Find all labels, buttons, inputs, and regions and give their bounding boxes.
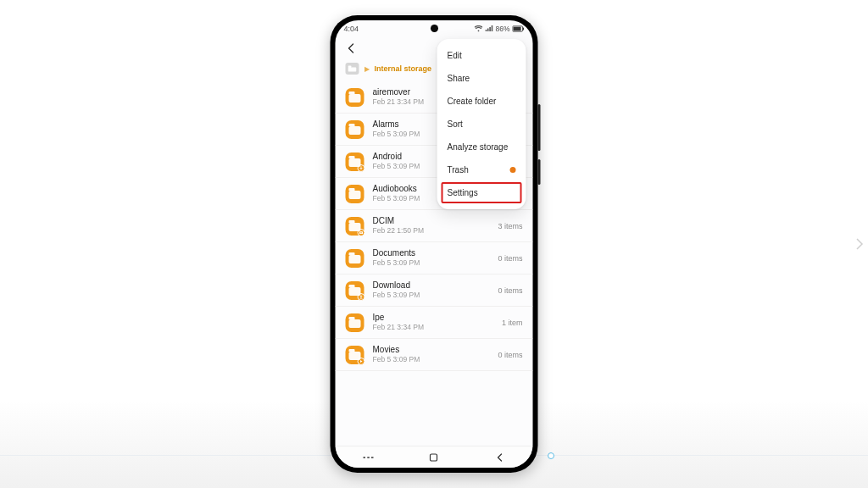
svg-rect-3 [348, 68, 357, 72]
menu-item-trash[interactable]: Trash [437, 158, 526, 181]
svg-rect-1 [513, 27, 520, 31]
menu-item-label: Analyze storage [448, 142, 509, 152]
folder-info: DownloadFeb 5 3:09 PM [373, 280, 490, 300]
folder-row[interactable]: DCIMFeb 22 1:50 PM3 items [336, 210, 533, 242]
front-camera [431, 25, 438, 32]
folder-icon [346, 152, 364, 171]
menu-item-create-folder[interactable]: Create folder [437, 90, 526, 113]
menu-item-share[interactable]: Share [437, 67, 526, 90]
folder-icon [346, 185, 364, 203]
folder-item-count: 0 items [498, 351, 522, 359]
folder-icon [346, 313, 364, 332]
folder-date: Feb 22 1:50 PM [373, 226, 490, 236]
menu-item-analyze-storage[interactable]: Analyze storage [437, 136, 526, 158]
wifi-icon [474, 25, 482, 32]
back-button[interactable] [344, 41, 359, 56]
svg-rect-4 [348, 66, 352, 69]
folder-item-count: 0 items [498, 286, 522, 295]
menu-item-sort[interactable]: Sort [437, 113, 526, 136]
svg-rect-2 [523, 28, 524, 30]
svg-point-11 [360, 232, 361, 233]
nav-home-button[interactable] [417, 452, 451, 463]
folder-item-count: 3 items [498, 222, 522, 230]
menu-item-label: Settings [448, 188, 478, 197]
gallery-next-arrow[interactable] [851, 227, 868, 261]
menu-item-label: Trash [448, 165, 469, 175]
status-indicators: 86% [474, 25, 524, 33]
status-time: 4:04 [344, 25, 359, 33]
folder-date: Feb 5 3:09 PM [373, 291, 490, 300]
volume-button [538, 104, 541, 151]
folder-icon [346, 281, 364, 300]
folder-date: Feb 21 3:34 PM [373, 323, 493, 332]
gear-badge-icon [358, 164, 365, 172]
menu-item-label: Sort [448, 119, 463, 129]
svg-point-5 [360, 167, 362, 169]
folder-date: Feb 5 3:09 PM [373, 258, 490, 268]
overflow-menu: EditShareCreate folderSortAnalyze storag… [437, 39, 526, 209]
breadcrumb-caret-icon: ▶ [364, 65, 370, 73]
folder-row[interactable]: IpeFeb 21 3:34 PM1 item [336, 307, 533, 339]
folder-info: DocumentsFeb 5 3:09 PM [373, 248, 490, 268]
play-badge-icon [358, 358, 365, 365]
menu-item-edit[interactable]: Edit [437, 44, 526, 67]
navigation-bar [336, 446, 533, 468]
folder-icon [346, 217, 364, 236]
folder-item-count: 0 items [498, 254, 522, 263]
notification-dot-icon [510, 167, 516, 173]
signal-icon [485, 25, 492, 32]
folder-icon [346, 249, 364, 268]
folder-icon [346, 88, 364, 107]
folder-name: Ipe [373, 313, 493, 323]
folder-icon [346, 120, 364, 139]
phone-frame: 4:04 86% [331, 15, 538, 473]
folder-row[interactable]: DocumentsFeb 5 3:09 PM0 items [336, 242, 533, 274]
menu-item-label: Edit [448, 51, 462, 60]
folder-info: IpeFeb 21 3:34 PM [373, 313, 493, 332]
battery-icon [513, 25, 525, 32]
phone-screen: 4:04 86% [336, 20, 533, 468]
folder-row[interactable]: MoviesFeb 5 3:09 PM0 items [336, 339, 533, 371]
power-button [538, 159, 541, 185]
camera-badge-icon [358, 229, 365, 236]
decorative-dot [548, 452, 554, 459]
breadcrumb-label: Internal storage [375, 64, 432, 73]
menu-item-settings[interactable]: Settings [441, 181, 523, 204]
folder-info: DCIMFeb 22 1:50 PM [373, 216, 490, 236]
folder-info: MoviesFeb 5 3:09 PM [373, 345, 490, 364]
folder-name: Movies [373, 345, 490, 355]
folder-row[interactable]: DownloadFeb 5 3:09 PM0 items [336, 274, 533, 307]
battery-percent: 86% [495, 25, 509, 33]
folder-name: DCIM [373, 216, 490, 226]
svg-rect-16 [431, 454, 437, 461]
menu-item-label: Create folder [448, 97, 497, 106]
folder-name: Download [373, 280, 490, 291]
folder-item-count: 1 item [502, 319, 523, 327]
download-badge-icon [358, 293, 365, 301]
nav-recents-button[interactable] [351, 453, 385, 462]
storage-home-icon [346, 63, 359, 75]
folder-date: Feb 5 3:09 PM [373, 355, 490, 364]
nav-back-button[interactable] [483, 452, 517, 463]
menu-item-label: Share [448, 74, 470, 83]
folder-name: Documents [373, 248, 490, 258]
folder-icon [346, 346, 364, 364]
